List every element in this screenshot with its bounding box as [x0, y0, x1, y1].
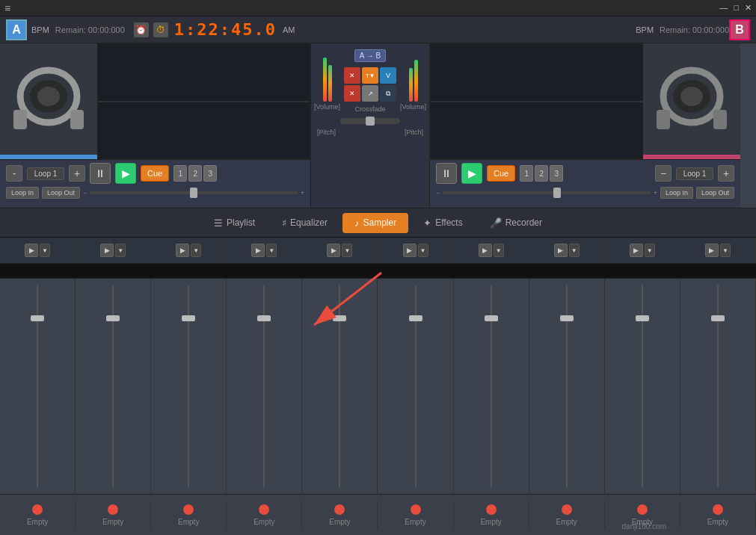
sampler-ch-2: ▶ ▼: [76, 238, 151, 263]
fx-btn-4[interactable]: ✕: [344, 85, 360, 102]
ch-play-9[interactable]: ▶: [630, 244, 643, 257]
loop-out-a[interactable]: Loop Out: [42, 187, 80, 199]
tab-sampler[interactable]: ♪ Sampler: [342, 213, 408, 233]
pitch-slider-b[interactable]: [443, 191, 650, 194]
fx-btn-6[interactable]: ⧉: [380, 85, 396, 102]
svg-point-4: [37, 87, 60, 106]
record-dot-3[interactable]: [183, 504, 194, 515]
menu-icon[interactable]: ≡: [4, 2, 10, 14]
ab-crossfade-button[interactable]: A → B: [354, 49, 386, 62]
fx-btn-3[interactable]: V: [380, 67, 396, 84]
sampler-content: ▶ ▼ ▶ ▼ ▶ ▼ ▶ ▼ ▶ ▼ ▶ ▼: [0, 238, 756, 535]
loop-out-b[interactable]: Loop Out: [696, 187, 734, 199]
sampler-ch-3: ▶ ▼: [151, 238, 227, 263]
fx-btn-2[interactable]: T▼: [362, 67, 378, 84]
loop-plus-a[interactable]: +: [69, 165, 85, 182]
play-button-b[interactable]: ▶: [461, 163, 482, 184]
record-dot-9[interactable]: [637, 504, 648, 515]
fader-track-10[interactable]: [717, 285, 719, 488]
ch-play-4[interactable]: ▶: [251, 244, 265, 257]
cue-1-a[interactable]: 1: [173, 165, 187, 182]
sampler-faders: [0, 279, 756, 494]
stopwatch-icon[interactable]: ⏱: [153, 22, 168, 37]
cue-2-b[interactable]: 2: [535, 165, 548, 182]
record-dot-8[interactable]: [562, 504, 572, 515]
tab-effects[interactable]: ✦ Effects: [411, 213, 474, 233]
deck-b-remain: Remain: 00:00:000: [660, 25, 729, 34]
empty-label-4: Empty: [253, 518, 274, 526]
play-button-a[interactable]: ▶: [115, 163, 136, 184]
vol-label-left: [Volume]: [314, 103, 340, 111]
close-button[interactable]: ✕: [745, 3, 752, 13]
record-dot-2[interactable]: [108, 504, 118, 515]
loop-name-b[interactable]: Loop 1: [676, 167, 713, 180]
maximize-button[interactable]: □: [734, 3, 739, 13]
sampler-ch-8: ▶ ▼: [529, 238, 605, 263]
loop-name-a[interactable]: Loop 1: [27, 167, 64, 180]
main-app: A BPM Remain: 00:00:000 ⏰ ⏱ 1:22:45.0 AM…: [0, 16, 756, 535]
fader-track-5[interactable]: [339, 285, 340, 488]
ch-drop-10[interactable]: ▼: [720, 244, 731, 257]
ch-play-1[interactable]: ▶: [25, 244, 38, 257]
cue-numbers-b: 1 2 3: [520, 165, 563, 182]
cue-button-b[interactable]: Cue: [487, 165, 515, 182]
fader-track-2[interactable]: [112, 285, 114, 488]
fx-btn-5[interactable]: ↗: [362, 85, 378, 102]
record-dot-10[interactable]: [713, 504, 723, 515]
ch-drop-1[interactable]: ▼: [40, 244, 50, 257]
cue-3-b[interactable]: 3: [550, 165, 563, 182]
fader-4: [227, 279, 302, 494]
loop-minus-a[interactable]: -: [6, 165, 22, 182]
pause-button-b[interactable]: ⏸: [436, 163, 457, 184]
record-dot-4[interactable]: [259, 504, 269, 515]
loop-in-a[interactable]: Loop In: [6, 187, 39, 199]
ch-drop-3[interactable]: ▼: [191, 244, 201, 257]
ch-play-7[interactable]: ▶: [479, 244, 492, 257]
ch-play-10[interactable]: ▶: [705, 244, 719, 257]
ch-drop-2[interactable]: ▼: [115, 244, 126, 257]
crossfade-slider[interactable]: [340, 118, 400, 124]
pause-button-a[interactable]: ⏸: [90, 163, 111, 184]
ch-play-6[interactable]: ▶: [403, 244, 417, 257]
record-dot-6[interactable]: [411, 504, 421, 515]
fader-track-7[interactable]: [491, 285, 492, 488]
effects-label: Effects: [435, 217, 462, 228]
fader-track-3[interactable]: [188, 285, 189, 488]
tab-equalizer[interactable]: ♯ Equalizer: [270, 213, 339, 233]
cue-1-b[interactable]: 1: [520, 165, 533, 182]
tab-recorder[interactable]: 🎤 Recorder: [478, 213, 554, 233]
ch-drop-5[interactable]: ▼: [342, 244, 352, 257]
record-dot-7[interactable]: [486, 504, 497, 515]
fader-track-1[interactable]: [37, 285, 38, 488]
loop-in-b[interactable]: Loop In: [660, 187, 693, 199]
cue-2-a[interactable]: 2: [188, 165, 202, 182]
ch-drop-6[interactable]: ▼: [418, 244, 428, 257]
fader-track-6[interactable]: [415, 285, 417, 488]
minimize-button[interactable]: —: [719, 3, 728, 13]
sampler-bot-3: Empty: [151, 501, 227, 529]
ch-drop-7[interactable]: ▼: [494, 244, 504, 257]
fader-track-9[interactable]: [642, 285, 643, 488]
loop-plus-b[interactable]: +: [718, 165, 734, 182]
fader-track-8[interactable]: [566, 285, 568, 488]
loop-minus-b[interactable]: −: [655, 165, 672, 182]
fader-track-4[interactable]: [263, 285, 265, 488]
record-dot-5[interactable]: [334, 504, 345, 515]
titlebar: ≡ — □ ✕: [0, 0, 756, 16]
fader-5: [302, 279, 378, 494]
pitch-slider-a[interactable]: [90, 191, 297, 194]
ch-play-8[interactable]: ▶: [554, 244, 568, 257]
record-dot-1[interactable]: [32, 504, 43, 515]
ch-play-3[interactable]: ▶: [176, 244, 189, 257]
ch-play-2[interactable]: ▶: [100, 244, 114, 257]
clock-icon[interactable]: ⏰: [134, 22, 149, 37]
fx-btn-1[interactable]: ✕: [344, 67, 360, 84]
ch-drop-8[interactable]: ▼: [569, 244, 580, 257]
ch-drop-4[interactable]: ▼: [266, 244, 277, 257]
cue-3-a[interactable]: 3: [203, 165, 217, 182]
ch-drop-9[interactable]: ▼: [645, 244, 655, 257]
cue-button-a[interactable]: Cue: [141, 165, 169, 182]
ch-play-5[interactable]: ▶: [327, 244, 340, 257]
tab-playlist[interactable]: ☰ Playlist: [202, 213, 267, 233]
sampler-ch-6: ▶ ▼: [378, 238, 453, 263]
